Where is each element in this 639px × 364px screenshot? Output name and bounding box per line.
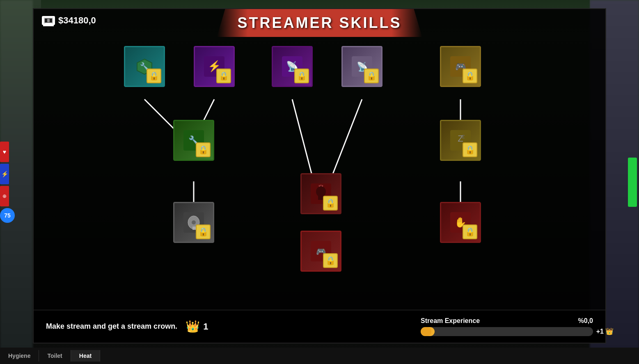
exp-percent: %0,0 (578, 317, 593, 325)
money-amount: $34180,0 (58, 15, 96, 26)
exp-reward: +1 👑 (596, 327, 614, 335)
side-indicators: ♥ ⚡ ⊕ 75 (0, 142, 15, 223)
skill-node-9[interactable]: 🔒 (173, 202, 214, 243)
skill-node-3[interactable]: 📡 🔒 (272, 46, 313, 87)
svg-text:z: z (462, 133, 465, 140)
exp-bar-dot (422, 327, 431, 336)
exp-reward-text: +1 (596, 328, 604, 335)
node-9-lock: 🔒 (196, 224, 211, 239)
exp-reward-crown: 👑 (605, 327, 614, 335)
bottom-bar: Make stream and get a stream crown. 👑 1 … (34, 310, 605, 343)
skill-node-10[interactable]: 🎮 🔒 (300, 231, 341, 272)
crown-number: 1 (203, 321, 208, 332)
exp-bar-container: +1 👑 (421, 327, 593, 336)
node-8-lock: 🔒 (463, 142, 477, 157)
money-icon (42, 16, 55, 25)
skill-node-11[interactable]: ✋ 🔒 (440, 202, 481, 243)
energy-indicator: ⚡ (0, 164, 9, 184)
node-5-lock: 🔒 (463, 69, 477, 83)
main-panel: STREAMER SKILLS $34180,0 (33, 8, 606, 343)
skill-node-2[interactable]: ⚡ 🔒 (194, 46, 235, 87)
skill-node-8[interactable]: Z z 🔒 (440, 120, 481, 161)
experience-section: Stream Experience %0,0 +1 👑 (421, 317, 593, 336)
food-indicator: ⊕ (0, 186, 9, 206)
exp-label: Stream Experience %0,0 (421, 317, 593, 325)
level-indicator: 75 (0, 208, 15, 223)
skill-node-4[interactable]: 📡 🔒 (341, 46, 382, 87)
skill-node-7[interactable]: 🔒 (300, 173, 341, 214)
skill-tree: 🔧 🔒 ⚡ 🔒 (34, 38, 605, 310)
tab-hygiene[interactable]: Hygiene (0, 350, 39, 362)
skill-node-6[interactable]: 🔧 🔒 (173, 120, 214, 161)
svg-rect-3 (47, 19, 50, 22)
svg-point-35 (192, 220, 196, 224)
tab-heat[interactable]: Heat (71, 350, 100, 362)
tab-toilet[interactable]: Toilet (39, 350, 71, 362)
node-6-lock: 🔒 (196, 142, 211, 157)
skill-node-5[interactable]: 🎮 🔒 (440, 46, 481, 87)
title-bar: STREAMER SKILLS (34, 9, 605, 37)
health-indicator: ♥ (0, 142, 9, 162)
node-4-lock: 🔒 (364, 69, 379, 83)
money-display: $34180,0 (42, 15, 96, 26)
node-3-lock: 🔒 (294, 69, 309, 83)
tab-bar: Hygiene Toilet Heat (0, 348, 639, 364)
node-7-lock: 🔒 (323, 196, 338, 211)
exp-label-text: Stream Experience (421, 317, 480, 325)
page-title: STREAMER SKILLS (237, 14, 401, 32)
node-1-lock: 🔒 (147, 69, 161, 83)
skill-node-1[interactable]: 🔧 🔒 (124, 46, 165, 87)
crown-icon: 👑 (186, 320, 200, 333)
crown-count: 👑 1 (186, 320, 208, 333)
node-2-lock: 🔒 (216, 69, 231, 83)
node-10-lock: 🔒 (323, 253, 338, 268)
right-green-bar (628, 158, 637, 207)
node-11-lock: 🔒 (463, 224, 477, 239)
hint-text: Make stream and get a stream crown. (46, 322, 177, 331)
